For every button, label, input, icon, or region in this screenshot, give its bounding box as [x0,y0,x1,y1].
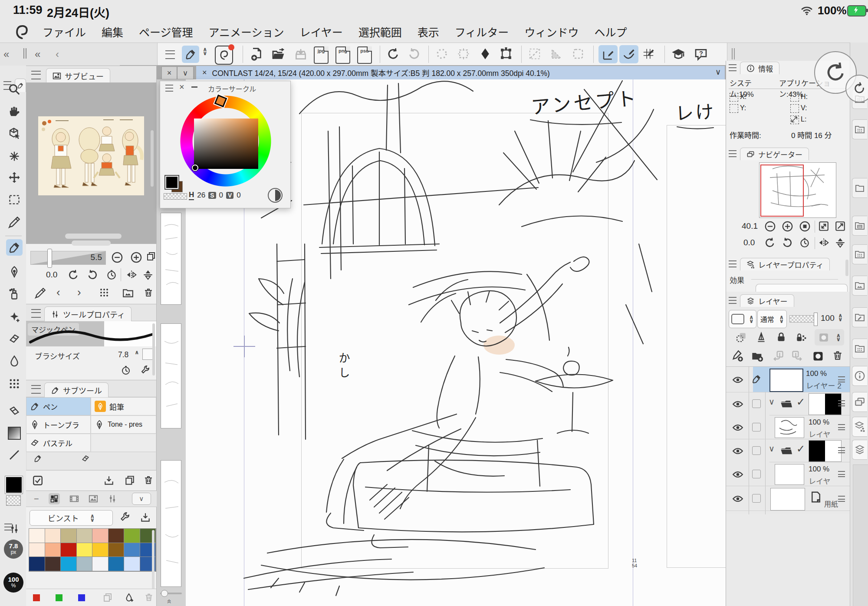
nav-zoom-out-icon[interactable] [764,221,776,234]
chip-red[interactable] [33,594,40,601]
color-swatch[interactable] [29,543,45,557]
folder-thumbnail[interactable] [809,440,842,462]
color-wheel-menu-icon[interactable] [165,85,173,92]
menu-view[interactable]: 表示 [418,24,439,40]
lock-layer-icon[interactable] [776,332,787,345]
layer-thumbnail[interactable] [775,464,804,485]
subview-reference-image[interactable] [38,116,144,195]
lock-transparent-icon[interactable] [796,332,807,345]
collapse-panel-icon[interactable]: « [35,48,40,60]
layer-checkbox[interactable] [752,470,761,478]
color-set-wrench-icon[interactable] [119,512,130,525]
export-jpg-icon[interactable]: jpg [314,46,329,64]
close-all-tabs-button[interactable]: × [161,66,177,79]
selection-tool[interactable] [6,191,23,208]
ink-pen-tool[interactable] [6,263,23,280]
color-swatch[interactable] [108,543,125,557]
slider-handle[interactable] [47,249,52,268]
page-thumbnail[interactable] [161,213,181,305]
nav-fullscreen-icon[interactable] [835,221,846,234]
navigator-tab[interactable]: ナビゲーター [740,148,809,160]
effect-dropdown-edge[interactable] [756,284,848,292]
layer-property-tab[interactable]: レイヤープロパティ [740,258,830,270]
dock-handle[interactable] [23,48,26,59]
blend-mode-selector[interactable]: 通常∧∨ [757,310,787,328]
navigator-view-rect[interactable] [760,165,804,217]
export-png-icon[interactable]: png [335,46,350,64]
menu-help[interactable]: ヘルプ [594,24,627,40]
page-strip-slider-knob[interactable] [161,590,168,597]
chip-green[interactable] [56,594,62,601]
val-label[interactable]: V [226,192,233,199]
nav-flip-horizontal-icon[interactable] [818,237,829,250]
page-thumbnail[interactable] [161,460,181,587]
sv-cursor[interactable] [192,165,198,171]
color-swatch[interactable] [77,529,93,543]
size-plus-icon[interactable] [130,251,142,265]
select-area-icon[interactable] [457,47,470,62]
tool-property-menu-icon[interactable] [31,309,41,318]
operation-tool[interactable] [6,125,23,142]
opacity-stepper[interactable]: ∧∨ [838,313,843,321]
deselect-icon[interactable] [528,47,541,62]
tutorial-icon[interactable] [671,47,685,63]
info-tab[interactable]: 情報 [740,62,779,74]
color-wheel-close-icon[interactable]: × [179,82,184,92]
layer-checkbox[interactable] [752,423,761,431]
folder-check-icon[interactable]: ✓ [796,443,805,455]
tab-close-icon[interactable]: × [202,68,207,77]
menu-page[interactable]: ページ管理 [139,24,193,40]
subtool-checkbox-icon[interactable] [32,475,43,488]
layer-property-menu-icon[interactable] [729,260,736,267]
snap-curve-button[interactable] [619,45,638,63]
color-swatch[interactable] [45,529,61,543]
reset-rotation-icon[interactable] [106,269,117,282]
layer-visible-icon[interactable] [732,374,743,385]
tab-overflow-icon[interactable]: ∨ [715,67,721,77]
layer-panel-menu-icon[interactable] [729,297,736,304]
color-set-tab-icon[interactable] [49,493,60,504]
nav-rotate-right-icon[interactable] [782,237,793,250]
color-swatch[interactable] [77,557,93,571]
layer-thumbnail[interactable] [770,488,805,510]
color-swatch[interactable] [61,557,77,571]
folder-collapse-icon[interactable]: ∨ [769,444,775,454]
paper-layer-row[interactable]: 用紙 [726,486,850,510]
color-set-scrollbar[interactable] [152,530,155,591]
new-page-icon[interactable] [250,47,263,63]
layer-drag-handle[interactable] [838,424,845,430]
tool-stepper[interactable]: ∧∨ [203,47,207,55]
duplicate-view-icon[interactable] [146,251,156,263]
open-file-icon[interactable] [271,47,285,63]
subtool-menu-icon[interactable] [31,385,41,394]
color-swatch[interactable] [29,529,45,543]
page-strip-expand-icon[interactable]: « [165,599,174,603]
timeline-tab-icon[interactable] [69,494,79,504]
move-tool[interactable] [6,170,23,186]
help-icon[interactable] [694,47,708,63]
color-swatch[interactable] [108,529,125,543]
strip-info-tab[interactable] [852,366,867,386]
opacity-slider[interactable] [789,315,817,323]
selection-border-icon[interactable] [572,47,585,62]
prev-icon[interactable]: ‹ [56,286,60,299]
layer-name[interactable]: 用紙 [824,498,838,509]
navigator-thumbnail[interactable] [759,162,836,218]
subtool-pastel[interactable]: パステル [26,434,91,452]
eyedropper-tool[interactable] [6,214,23,231]
layer-drag-handle[interactable] [838,471,845,477]
subtool-trash-icon[interactable] [143,475,154,487]
sat-label[interactable]: S [208,192,216,199]
param-clock-icon[interactable] [121,365,131,377]
layer-drag-handle[interactable] [838,496,845,502]
color-mode-toggle[interactable] [268,188,283,203]
bottom-dock-menu-icon[interactable] [4,524,12,530]
zoom-tool[interactable] [6,81,23,98]
subtool-empty-cell[interactable] [91,434,156,452]
toolbar-menu-icon[interactable] [165,50,175,59]
decoration-tool[interactable] [6,309,23,325]
save-icon[interactable] [294,47,308,63]
color-swatch[interactable] [92,529,108,543]
subview-tab[interactable]: サブビュー [46,68,110,83]
nav-flip-vertical-icon[interactable] [835,237,846,250]
